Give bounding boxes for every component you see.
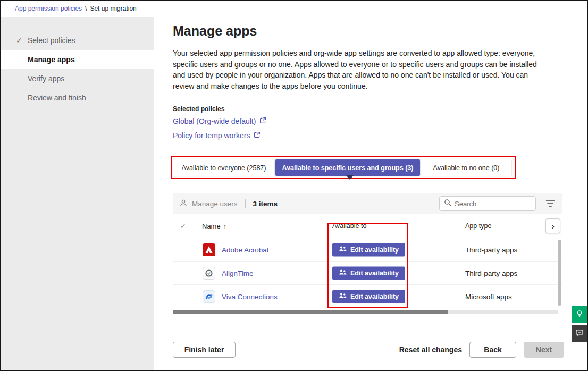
people-icon xyxy=(339,269,347,277)
sort-ascending-icon: ↑ xyxy=(223,223,226,230)
breadcrumb-current: Set up migration xyxy=(90,5,136,12)
manage-users-label: Manage users xyxy=(192,200,238,208)
sidebar-item-verify-apps[interactable]: Verify apps xyxy=(0,69,154,88)
external-link-icon xyxy=(254,131,261,140)
breadcrumb-parent-link[interactable]: App permission policies xyxy=(15,5,82,12)
next-button[interactable]: Next xyxy=(524,342,564,358)
aligntime-icon xyxy=(203,267,215,280)
app-name-link[interactable]: Adobe Acrobat xyxy=(222,246,269,254)
items-count: 3 items xyxy=(253,200,278,208)
footer-actions: Reset all changes Back Next xyxy=(399,342,564,358)
tab-available-to-everyone[interactable]: Available to everyone (2587) xyxy=(173,159,274,176)
horizontal-scrollbar[interactable] xyxy=(173,310,558,314)
reset-all-changes-button[interactable]: Reset all changes xyxy=(399,345,462,354)
edit-availability-button[interactable]: Edit availability xyxy=(332,290,405,303)
sidebar-item-label: Manage apps xyxy=(28,55,75,64)
breadcrumb: App permission policies \ Set up migrati… xyxy=(15,5,137,12)
policy-link-label[interactable]: Policy for temp workers xyxy=(173,131,250,140)
manage-users-button[interactable]: Manage users xyxy=(179,199,238,209)
people-icon xyxy=(339,293,347,300)
sidebar-item-review-finish[interactable]: Review and finish xyxy=(0,88,154,107)
page-title: Manage apps xyxy=(173,23,257,39)
app-name-link[interactable]: AlignTime xyxy=(222,269,254,277)
feedback-button[interactable] xyxy=(572,325,587,342)
sidebar-item-select-policies[interactable]: ✓ Select policies xyxy=(0,31,154,50)
top-bar: App permission policies \ Set up migrati… xyxy=(0,0,588,17)
column-header-available-to[interactable]: Available to xyxy=(332,222,366,230)
policy-link-global[interactable]: Global (Org-wide default) xyxy=(173,117,266,125)
viva-connections-icon xyxy=(203,290,215,303)
search-input[interactable] xyxy=(455,200,531,208)
edit-availability-button[interactable]: Edit availability xyxy=(332,243,405,256)
lightbulb-icon xyxy=(575,309,584,319)
person-icon xyxy=(179,199,188,209)
sidebar-item-label: Select policies xyxy=(28,36,75,45)
policy-link-temp-workers[interactable]: Policy for temp workers xyxy=(173,131,261,140)
active-tab-caret xyxy=(346,175,354,180)
search-box[interactable] xyxy=(439,196,536,211)
sidebar-item-manage-apps[interactable]: Manage apps xyxy=(0,50,154,69)
check-icon: ✓ xyxy=(16,36,28,45)
breadcrumb-separator: \ xyxy=(85,5,87,12)
table-row[interactable]: Viva Connections Edit availability Micro… xyxy=(173,285,562,308)
table-row[interactable]: Adobe Acrobat Edit availability Third-pa… xyxy=(173,238,562,262)
table-row[interactable]: AlignTime Edit availability Third-party … xyxy=(173,262,562,285)
search-icon xyxy=(444,199,451,208)
app-type-cell: Third-party apps xyxy=(465,269,517,277)
external-link-icon xyxy=(259,117,266,125)
sidebar-item-label: Review and finish xyxy=(28,94,86,102)
filter-button[interactable] xyxy=(544,199,556,208)
main-content: Manage apps Your selected app permission… xyxy=(154,17,588,371)
availability-tabs: Available to everyone (2587) Available t… xyxy=(173,159,511,176)
column-header-app-type[interactable]: App type xyxy=(465,222,491,230)
select-all-check-icon[interactable]: ✓ xyxy=(180,222,186,230)
toolbar-divider xyxy=(245,199,246,208)
page-description: Your selected app permission policies an… xyxy=(173,48,549,91)
app-type-cell: Third-party apps xyxy=(465,246,517,254)
adobe-acrobat-icon xyxy=(203,243,215,256)
horizontal-scrollbar-thumb[interactable] xyxy=(173,310,448,314)
app-window: App permission policies \ Set up migrati… xyxy=(0,0,588,371)
table-header-row: ✓ Name↑ Available to App type › xyxy=(173,214,562,238)
tab-available-to-no-one[interactable]: Available to no one (0) xyxy=(421,159,511,176)
selected-policies-label: Selected policies xyxy=(173,105,224,113)
back-button[interactable]: Back xyxy=(469,342,516,358)
table-toolbar: Manage users 3 items xyxy=(173,193,562,214)
sidebar-item-label: Verify apps xyxy=(28,74,64,83)
footer-divider xyxy=(154,328,588,328)
scroll-columns-right-button[interactable]: › xyxy=(545,218,560,233)
column-header-name[interactable]: Name↑ xyxy=(202,222,226,230)
vertical-scrollbar[interactable] xyxy=(558,240,561,306)
feedback-bubble-icon xyxy=(575,328,584,339)
edit-availability-button[interactable]: Edit availability xyxy=(332,266,405,280)
finish-later-button[interactable]: Finish later xyxy=(173,342,236,358)
app-type-cell: Microsoft apps xyxy=(465,292,512,300)
wizard-steps-sidebar: ✓ Select policies Manage apps Verify app… xyxy=(0,17,154,371)
app-name-link[interactable]: Viva Connections xyxy=(222,292,278,300)
apps-table: Manage users 3 items ✓ Name↑ xyxy=(173,193,562,308)
tab-available-to-specific-users[interactable]: Available to specific users and groups (… xyxy=(275,159,420,176)
policy-link-label[interactable]: Global (Org-wide default) xyxy=(173,117,256,125)
people-icon xyxy=(339,246,347,254)
tips-button[interactable] xyxy=(572,306,587,323)
